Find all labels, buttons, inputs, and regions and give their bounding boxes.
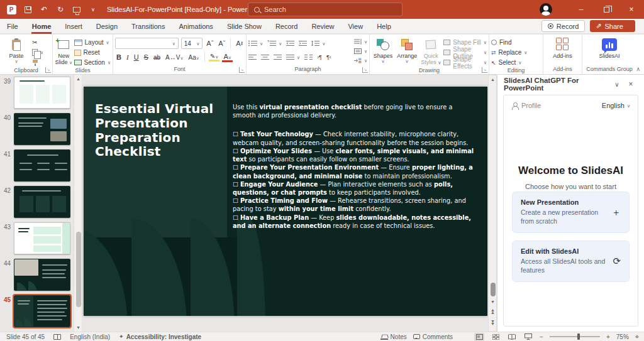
- highlight-color-button[interactable]: ✎∨: [209, 53, 220, 62]
- slide-show-button[interactable]: [523, 333, 533, 341]
- previous-slide-icon[interactable]: ▲▲: [489, 309, 497, 317]
- share-button[interactable]: ⇗Share∨: [590, 20, 635, 32]
- increase-indent-button[interactable]: [299, 40, 307, 48]
- tab-slide-show[interactable]: Slide Show: [220, 19, 269, 34]
- tab-home[interactable]: Home: [25, 19, 58, 34]
- bullets-button[interactable]: ∨: [248, 40, 263, 48]
- section-button[interactable]: Section∨: [74, 58, 111, 67]
- shapes-button[interactable]: Shapes ∨: [372, 36, 394, 63]
- paste-button[interactable]: Paste ∨: [2, 36, 31, 63]
- scrollbar-thumb[interactable]: [491, 283, 496, 296]
- columns-button[interactable]: [304, 53, 313, 62]
- decrease-indent-button[interactable]: [286, 40, 294, 48]
- zoom-out-button[interactable]: −: [540, 333, 543, 340]
- undo-icon[interactable]: ↶: [39, 4, 49, 14]
- justify-button[interactable]: ∨: [286, 53, 300, 62]
- slide-scrollbar[interactable]: ▲ ▼ ▲▲ ▼▼: [488, 75, 497, 332]
- tab-review[interactable]: Review: [304, 19, 341, 34]
- replace-button[interactable]: ⇄Replace∨: [491, 48, 527, 57]
- left-to-right-button[interactable]: ›¶: [317, 53, 322, 62]
- reset-button[interactable]: Reset: [74, 48, 111, 57]
- next-slide-icon[interactable]: ▼▼: [489, 320, 497, 328]
- align-text-button[interactable]: ∨: [354, 47, 367, 55]
- slide-canvas[interactable]: Essential Virtual Presentation Preparati…: [84, 87, 487, 316]
- task-pane-close-icon[interactable]: ×: [624, 80, 638, 89]
- convert-to-smartart-button[interactable]: ∨: [354, 57, 367, 65]
- tab-design[interactable]: Design: [89, 19, 125, 34]
- fit-slide-to-window-icon[interactable]: ⌖: [635, 333, 639, 341]
- drawing-dialog-launcher[interactable]: ↘: [482, 67, 487, 73]
- arrange-button[interactable]: Arrange ∨: [396, 36, 418, 63]
- notes-button[interactable]: Notes: [380, 333, 407, 340]
- thumbnail-scrollbar[interactable]: ▲ ▼: [74, 75, 82, 332]
- slide-thumbnail-39[interactable]: [14, 77, 70, 109]
- slide-thumbnail-45-current[interactable]: [14, 295, 70, 327]
- slide-thumbnail-42[interactable]: [14, 186, 70, 218]
- zoom-in-button[interactable]: +: [606, 333, 610, 340]
- font-size-combo[interactable]: 14∨: [181, 38, 203, 49]
- language-status[interactable]: English (India): [70, 333, 110, 340]
- save-icon[interactable]: [23, 4, 33, 14]
- find-button[interactable]: Find: [491, 38, 527, 46]
- addins-button[interactable]: Add-ins: [548, 36, 577, 59]
- slide-thumbnail-41[interactable]: [14, 149, 70, 181]
- slide-thumbnail-43[interactable]: [14, 222, 70, 254]
- select-button[interactable]: ↖Select∨: [491, 58, 527, 67]
- copy-button[interactable]: ∨: [32, 48, 43, 57]
- scroll-down-icon[interactable]: ▼: [74, 323, 82, 332]
- clipboard-dialog-launcher[interactable]: ↘: [45, 67, 51, 73]
- powerpoint-logo-icon[interactable]: P: [6, 4, 16, 14]
- font-color-button[interactable]: A∨: [222, 53, 232, 62]
- tab-view[interactable]: View: [341, 19, 370, 34]
- slide-title[interactable]: Essential Virtual Presentation Preparati…: [95, 102, 221, 159]
- tab-record[interactable]: Record: [269, 19, 304, 34]
- slide-thumbnail-44[interactable]: [14, 259, 70, 291]
- start-presentation-icon[interactable]: [72, 4, 82, 14]
- text-direction-button[interactable]: ∨: [354, 38, 367, 46]
- text-shadow-button[interactable]: S: [143, 53, 150, 61]
- quick-styles-button[interactable]: Quick Styles ∨: [419, 36, 442, 66]
- redo-icon[interactable]: ↻: [55, 4, 65, 14]
- tab-transitions[interactable]: Transitions: [125, 19, 172, 34]
- close-button[interactable]: ×: [619, 0, 644, 19]
- scroll-up-icon[interactable]: ▲: [489, 75, 497, 84]
- minimize-button[interactable]: –: [569, 0, 594, 19]
- align-left-button[interactable]: [248, 53, 257, 62]
- layout-button[interactable]: Layout∨: [74, 38, 111, 46]
- account-avatar[interactable]: [540, 3, 552, 16]
- clear-formatting-button[interactable]: A𝄽: [235, 40, 244, 48]
- numbering-button[interactable]: ∨: [267, 40, 282, 48]
- font-name-combo[interactable]: ∨: [115, 38, 179, 49]
- tab-insert[interactable]: Insert: [58, 19, 89, 34]
- spell-check-icon[interactable]: [53, 334, 61, 340]
- slide-sorter-view-button[interactable]: [491, 333, 501, 341]
- comments-button[interactable]: Comments: [413, 333, 453, 340]
- restore-button[interactable]: [594, 0, 619, 19]
- new-presentation-card[interactable]: New Presentation Create a new presentati…: [512, 192, 630, 233]
- change-case-button[interactable]: Aa∨: [187, 54, 201, 61]
- profile-link[interactable]: Profile: [521, 102, 602, 109]
- new-slide-button[interactable]: New Slide ∨: [55, 36, 73, 66]
- line-spacing-button[interactable]: ∨: [311, 40, 325, 48]
- tab-animations[interactable]: Animations: [172, 19, 219, 34]
- decrease-font-size-button[interactable]: Aˇ: [217, 40, 226, 47]
- normal-view-button[interactable]: [474, 333, 484, 341]
- tab-file[interactable]: File: [0, 19, 25, 34]
- zoom-slider-thumb[interactable]: [577, 333, 580, 340]
- customize-quick-access-icon[interactable]: ∨: [88, 4, 98, 14]
- italic-button[interactable]: I: [125, 53, 130, 61]
- increase-font-size-button[interactable]: Aˆ: [205, 40, 214, 47]
- search-input[interactable]: Search: [248, 3, 402, 16]
- slidesai-button[interactable]: SlidesAI: [595, 36, 624, 59]
- align-center-button[interactable]: [261, 53, 269, 62]
- zoom-level[interactable]: 75%: [616, 333, 629, 340]
- cut-button[interactable]: ✂: [32, 38, 43, 46]
- shape-effects-button[interactable]: Shape Effects∨: [443, 58, 487, 67]
- task-pane-chevron-down-icon[interactable]: ∨: [610, 81, 624, 88]
- collapse-ribbon-icon[interactable]: ∧: [636, 66, 640, 72]
- accessibility-status[interactable]: ✦Accessibility: Investigate: [119, 333, 201, 340]
- tab-help[interactable]: Help: [370, 19, 398, 34]
- slide-body-text[interactable]: Use this virtual presentation checklist …: [233, 103, 477, 230]
- slide-counter[interactable]: Slide 45 of 45: [6, 333, 45, 340]
- slide-thumbnail-40[interactable]: [14, 113, 70, 145]
